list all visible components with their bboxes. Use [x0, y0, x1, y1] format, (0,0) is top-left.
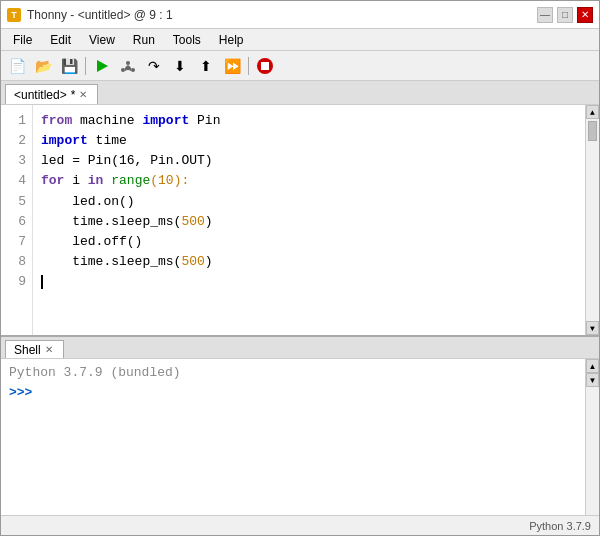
svg-point-3: [131, 68, 135, 72]
line-number-9: 9: [9, 272, 26, 292]
shell-scrollbar-down[interactable]: ▼: [586, 373, 599, 387]
line-number-6: 6: [9, 212, 26, 232]
save-file-btn[interactable]: 💾: [57, 54, 81, 78]
scrollbar-up[interactable]: ▲: [586, 105, 599, 119]
close-button[interactable]: ✕: [577, 7, 593, 23]
menu-item-tools[interactable]: Tools: [165, 31, 209, 49]
menu-item-help[interactable]: Help: [211, 31, 252, 49]
editor-tab-close[interactable]: ✕: [79, 90, 87, 100]
scrollbar-track: [586, 119, 599, 321]
shell-prompt: >>>: [9, 383, 577, 403]
new-file-btn[interactable]: 📄: [5, 54, 29, 78]
code-line-3: led = Pin(16, Pin.OUT): [41, 151, 577, 171]
line-number-4: 4: [9, 171, 26, 191]
editor-area: 123456789 from machine import Pinimport …: [1, 105, 599, 335]
code-container[interactable]: 123456789 from machine import Pinimport …: [1, 105, 599, 335]
menu-item-view[interactable]: View: [81, 31, 123, 49]
status-bar: Python 3.7.9: [1, 515, 599, 535]
shell-panel: Shell ✕ Python 3.7.9 (bundled) >>> ▲ ▼: [1, 335, 599, 515]
code-line-2: import time: [41, 131, 577, 151]
toolbar-separator-9: [248, 57, 249, 75]
code-line-1: from machine import Pin: [41, 111, 577, 131]
shell-tab-close[interactable]: ✕: [45, 345, 53, 355]
stop-btn[interactable]: [253, 54, 277, 78]
scrollbar-down[interactable]: ▼: [586, 321, 599, 335]
python-version-status: Python 3.7.9: [529, 520, 591, 532]
svg-point-1: [126, 61, 130, 65]
minimize-button[interactable]: —: [537, 7, 553, 23]
menu-item-edit[interactable]: Edit: [42, 31, 79, 49]
editor-tab-modified: *: [71, 88, 76, 102]
menu-item-file[interactable]: File: [5, 31, 40, 49]
svg-marker-0: [97, 60, 108, 72]
code-line-4: for i in range(10):: [41, 171, 577, 191]
menu-bar: FileEditViewRunToolsHelp: [1, 29, 599, 51]
maximize-button[interactable]: □: [557, 7, 573, 23]
line-number-3: 3: [9, 151, 26, 171]
debug-btn[interactable]: [116, 54, 140, 78]
scrollbar-thumb[interactable]: [588, 121, 597, 141]
editor-tab-label: <untitled>: [14, 88, 67, 102]
shell-version: Python 3.7.9 (bundled): [9, 363, 577, 383]
title-left: T Thonny - <untitled> @ 9 : 1: [7, 8, 173, 22]
app-icon: T: [7, 8, 21, 22]
svg-rect-5: [261, 62, 269, 70]
step-out-btn[interactable]: ⬆: [194, 54, 218, 78]
shell-scrollbar[interactable]: ▲ ▼: [585, 359, 599, 515]
editor-scrollbar[interactable]: ▲ ▼: [585, 105, 599, 335]
svg-point-2: [121, 68, 125, 72]
window-controls: — □ ✕: [537, 7, 593, 23]
editor-tab[interactable]: <untitled> * ✕: [5, 84, 98, 104]
shell-tab-label: Shell: [14, 343, 41, 357]
line-number-1: 1: [9, 111, 26, 131]
title-bar: T Thonny - <untitled> @ 9 : 1 — □ ✕: [1, 1, 599, 29]
line-number-8: 8: [9, 252, 26, 272]
code-line-6: time.sleep_ms(500): [41, 212, 577, 232]
step-over-btn[interactable]: ↷: [142, 54, 166, 78]
shell-tab-bar: Shell ✕: [1, 337, 599, 359]
line-number-2: 2: [9, 131, 26, 151]
code-line-9: [41, 272, 577, 292]
window-title: Thonny - <untitled> @ 9 : 1: [27, 8, 173, 22]
menu-item-run[interactable]: Run: [125, 31, 163, 49]
line-numbers: 123456789: [1, 105, 33, 335]
shell-text-area[interactable]: Python 3.7.9 (bundled) >>>: [1, 359, 585, 515]
code-line-5: led.on(): [41, 192, 577, 212]
step-into-btn[interactable]: ⬇: [168, 54, 192, 78]
line-number-7: 7: [9, 232, 26, 252]
text-cursor: [41, 275, 43, 289]
resume-btn[interactable]: ⏩: [220, 54, 244, 78]
code-editor[interactable]: from machine import Pinimport timeled = …: [33, 105, 585, 335]
code-line-8: time.sleep_ms(500): [41, 252, 577, 272]
open-file-btn[interactable]: 📂: [31, 54, 55, 78]
code-line-7: led.off(): [41, 232, 577, 252]
shell-tab[interactable]: Shell ✕: [5, 340, 64, 358]
toolbar-separator-3: [85, 57, 86, 75]
shell-content: Python 3.7.9 (bundled) >>> ▲ ▼: [1, 359, 599, 515]
shell-scrollbar-up[interactable]: ▲: [586, 359, 599, 373]
line-number-5: 5: [9, 192, 26, 212]
toolbar: 📄📂💾↷⬇⬆⏩: [1, 51, 599, 81]
editor-tab-bar: <untitled> * ✕: [1, 81, 599, 105]
run-btn[interactable]: [90, 54, 114, 78]
